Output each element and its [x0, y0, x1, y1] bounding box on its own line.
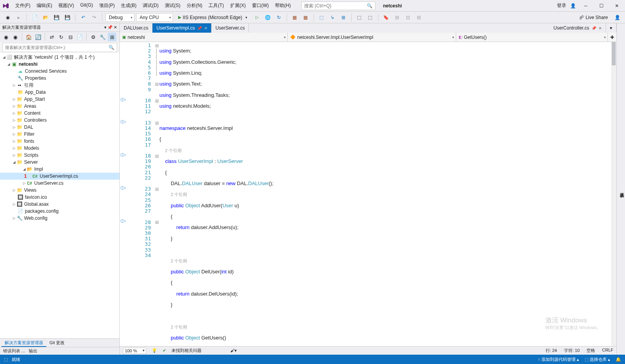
menu-test[interactable]: 测试(S): [162, 1, 183, 10]
nav-project-dropdown[interactable]: ▣netceshi: [120, 33, 288, 42]
scrollbar[interactable]: [611, 42, 616, 346]
filter-icon[interactable]: ⊞: [108, 33, 116, 41]
solution-tree[interactable]: ◢⬜解决方案 'netceshi' (1 个项目，共 1 个) ◢▣netces…: [0, 53, 119, 338]
tree-node[interactable]: ▷📁Content: [0, 110, 119, 117]
zoom-dropdown[interactable]: 100 %: [123, 348, 146, 354]
code-editor[interactable]: ⓘ↑ ⓘ↑ ⓘ↑ ⓘ↑ ⓘ↑ 1234567891011121314151617…: [120, 42, 616, 346]
tb-icon-5[interactable]: ⊞: [339, 13, 348, 22]
tree-node[interactable]: ▷📁fonts: [0, 138, 119, 145]
close-button[interactable]: ✕: [611, 1, 623, 10]
info-icon[interactable]: ⓘ↑: [120, 186, 127, 191]
right-sidebar-tab[interactable]: 诊断工具: [616, 23, 625, 355]
tree-node[interactable]: ▷📁Areas: [0, 103, 119, 110]
start-no-debug-button[interactable]: ▷: [252, 13, 262, 22]
collapse-icon[interactable]: ◉: [2, 33, 10, 41]
tree-node[interactable]: ▷🔲Global.asax: [0, 201, 119, 208]
crlf-indicator[interactable]: CRLF: [602, 348, 613, 354]
minimize-button[interactable]: ─: [580, 1, 592, 10]
menu-edit[interactable]: 编辑(E): [34, 1, 55, 10]
select-repo[interactable]: ⬚ 选择仓库 ▴: [585, 357, 610, 362]
undo-button[interactable]: ↶: [79, 13, 88, 22]
tree-node[interactable]: 🔲favicon.ico: [0, 194, 119, 201]
info-icon[interactable]: ⓘ↑: [120, 152, 127, 158]
config-dropdown[interactable]: Debug: [105, 13, 135, 22]
run-button[interactable]: ▶IIS Express (Microsoft Edge)▾: [175, 13, 251, 22]
tree-node[interactable]: ☁Connected Services: [0, 68, 119, 75]
nav-member-dropdown[interactable]: ◧GetUsers(): [456, 33, 608, 42]
project-node[interactable]: ◢▣netceshi: [0, 61, 119, 68]
save-button[interactable]: 💾: [52, 13, 61, 22]
user-icon[interactable]: 👤: [570, 3, 576, 9]
tree-node[interactable]: ▷📁Models: [0, 145, 119, 152]
menu-extensions[interactable]: 扩展(X): [228, 1, 249, 10]
save-all-button[interactable]: 💾: [63, 13, 72, 22]
doc-tab[interactable]: UserController.cs📌✕: [550, 23, 606, 33]
info-icon[interactable]: ⓘ↑: [120, 97, 127, 103]
tree-node[interactable]: ▷📁Scripts: [0, 152, 119, 159]
platform-dropdown[interactable]: Any CPU: [136, 13, 173, 22]
tab-output[interactable]: 输出: [29, 348, 37, 354]
nav-fwd-button[interactable]: ▸: [14, 13, 23, 22]
tb-icon-7[interactable]: ⬚: [366, 13, 375, 22]
tree-node[interactable]: ▷📁DAL: [0, 124, 119, 131]
scroll-thumb[interactable]: [612, 42, 616, 65]
panel-search[interactable]: 🔍: [2, 43, 117, 52]
menu-window[interactable]: 窗口(W): [249, 1, 271, 10]
tree-node[interactable]: 🔧Properties: [0, 75, 119, 82]
tb-icon-4[interactable]: ↳: [328, 13, 337, 22]
menu-tools[interactable]: 工具(T): [206, 1, 226, 10]
feedback-icon[interactable]: 👤: [613, 13, 622, 22]
fold-column[interactable]: ⊟│││││⊟⊟⊟⊟⊟⊟: [154, 42, 159, 346]
menu-view[interactable]: 视图(V): [56, 1, 77, 10]
refresh-button[interactable]: ↻: [274, 13, 284, 22]
panel-search-input[interactable]: [5, 45, 109, 50]
collapse-all-icon[interactable]: ⊟: [66, 33, 75, 41]
tab-errors[interactable]: 错误列表 ...: [3, 348, 25, 354]
panel-pin-icon[interactable]: 📌: [107, 25, 113, 30]
close-icon[interactable]: ✕: [599, 26, 602, 30]
tab-overflow-button[interactable]: ▾: [606, 23, 616, 33]
space-indicator[interactable]: 空格: [586, 348, 595, 354]
doc-tab[interactable]: UserServer.cs: [212, 23, 249, 33]
tree-node[interactable]: 📄packages.config: [0, 208, 119, 215]
tb-icon-1[interactable]: ▦: [290, 13, 299, 22]
tree-node[interactable]: ▷▪▪引用: [0, 82, 119, 89]
refresh2-icon[interactable]: ↻: [57, 33, 65, 41]
tb-icon-2[interactable]: ▦: [301, 13, 310, 22]
menu-git[interactable]: Git(G): [77, 1, 96, 10]
info-icon[interactable]: ⓘ↑: [120, 119, 127, 125]
split-button[interactable]: ✚: [608, 33, 616, 42]
panel-dropdown-icon[interactable]: ▾: [104, 25, 107, 30]
new-button[interactable]: 📄: [30, 13, 39, 22]
pin-icon[interactable]: 📌: [592, 26, 596, 30]
menu-help[interactable]: 帮助(H): [272, 1, 294, 10]
brush-icon[interactable]: 🖌▾: [230, 348, 237, 353]
add-source-control[interactable]: ↑ 添加到源代码管理 ▴: [538, 357, 579, 362]
title-search[interactable]: 🔍: [301, 2, 375, 10]
tree-node[interactable]: 📁App_Data: [0, 89, 119, 96]
tree-node-selected[interactable]: 1C#UserServerImpl.cs: [0, 173, 119, 180]
info-icon[interactable]: ⓘ↑: [120, 219, 127, 224]
doc-tab[interactable]: DALUser.cs: [120, 23, 152, 33]
tree-node[interactable]: ▷📁Filter: [0, 131, 119, 138]
tree-node[interactable]: ▷📁Views: [0, 187, 119, 194]
tree-node[interactable]: ▷📁App_Start: [0, 96, 119, 103]
tree-node[interactable]: ◢📁Server: [0, 159, 119, 166]
prop-icon[interactable]: ⚙: [89, 33, 98, 41]
sync-icon[interactable]: ⇄: [47, 33, 56, 41]
bookmark-icon[interactable]: 🔖: [382, 13, 391, 22]
close-icon[interactable]: ✕: [204, 26, 207, 30]
tab-git[interactable]: Git 更改: [46, 339, 68, 347]
code-text[interactable]: using System; using System.Collections.G…: [159, 42, 611, 346]
tb-icon-3[interactable]: ⬚: [317, 13, 326, 22]
home-icon[interactable]: 🏠: [25, 33, 33, 41]
col-indicator[interactable]: 字符: 10: [564, 348, 579, 354]
switch-view-icon[interactable]: 🔄: [34, 33, 42, 41]
tb-icon-10[interactable]: ⊟: [414, 13, 424, 22]
login-link[interactable]: 登录: [557, 2, 566, 9]
tb-icon-9[interactable]: ⊡: [403, 13, 413, 22]
tb2-icon[interactable]: ◉: [11, 33, 19, 41]
panel-close-icon[interactable]: ✕: [114, 25, 117, 30]
menu-analyze[interactable]: 分析(N): [184, 1, 205, 10]
tree-node[interactable]: ▷📁Controllers: [0, 117, 119, 124]
